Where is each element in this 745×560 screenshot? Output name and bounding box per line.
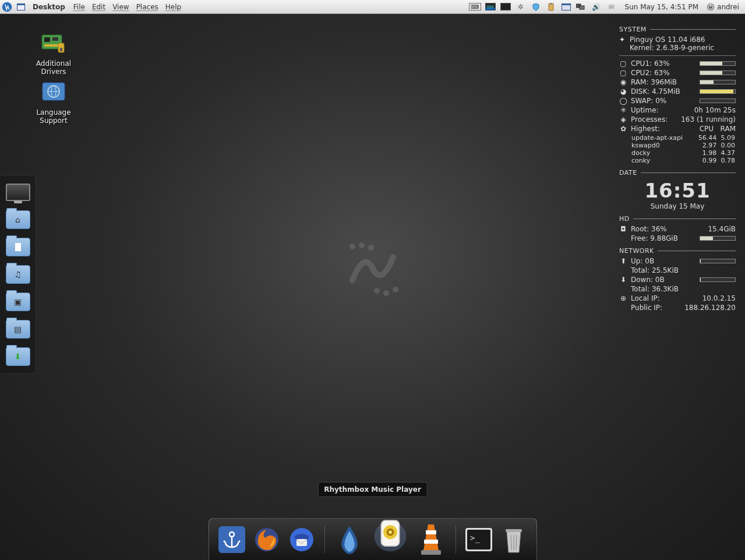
svg-point-25: [374, 288, 380, 294]
panel-clock[interactable]: Sun May 15, 4:51 PM: [625, 3, 699, 11]
dock-tooltip: Rhythmbox Music Player: [317, 482, 428, 497]
proc-name: kswapd0: [631, 142, 694, 149]
folder-icon: ▣: [6, 293, 30, 311]
tray-sysmon-icon[interactable]: [485, 2, 496, 12]
conky-col-cpu: CPU: [700, 125, 714, 133]
dock-app-thunderbird[interactable]: [287, 525, 316, 554]
table-row: conky0.990.78: [631, 157, 736, 164]
conky-proc-val: 163 (1 running): [681, 115, 736, 124]
dock-app-rhythmbox[interactable]: [372, 515, 409, 552]
folder-icon: ♫: [6, 265, 30, 284]
conky-cpu1: CPU1: 63%: [631, 59, 694, 68]
left-dock-videos[interactable]: ▤: [3, 316, 33, 342]
conky-down: Down: 0B: [631, 276, 694, 284]
conky-date-header: DATE: [619, 169, 637, 177]
proc-ram: 0.00: [717, 142, 736, 149]
left-dock-pictures[interactable]: ▣: [3, 289, 33, 315]
proc-cpu: 2.97: [694, 142, 717, 149]
left-dock-home[interactable]: ⌂: [3, 207, 33, 233]
tray-desktop-icon[interactable]: [561, 2, 571, 12]
conky-process-table: update-apt-xapi56.445.09 kswapd02.970.00…: [631, 134, 736, 164]
conky-panel: SYSTEM ✦ Pinguy OS 11.04 i686 Kernel: 2.…: [619, 21, 736, 313]
proc-cpu: 56.44: [694, 134, 717, 142]
conky-kernel: Kernel: 2.6.38-9-generic: [630, 44, 714, 52]
svg-text:>_: >_: [470, 533, 480, 543]
swap-icon: ◯: [619, 97, 627, 105]
left-dock-documents[interactable]: [3, 234, 33, 260]
dock-app-trash[interactable]: [499, 525, 528, 554]
folder-icon: ▤: [6, 320, 30, 339]
menu-view[interactable]: View: [112, 3, 129, 11]
conky-date: Sunday 15 May: [619, 202, 736, 210]
desktop-icon-language[interactable]: Language Support: [24, 78, 83, 125]
tray-mail-icon[interactable]: ✉: [606, 2, 617, 12]
proc-cpu: 1.98: [694, 149, 717, 157]
proc-ram: 0.78: [717, 157, 736, 164]
tray-keyboard-icon[interactable]: ⌨: [470, 2, 481, 12]
tray-workspaces-icon[interactable]: [576, 2, 587, 12]
window-icon: [17, 3, 25, 11]
left-dock-music[interactable]: ♫: [3, 262, 33, 287]
folder-icon: ⬇: [6, 347, 30, 366]
conky-up: Up: 0B: [631, 257, 694, 265]
dock-app-deluge[interactable]: [333, 523, 366, 556]
tray-snowflake-icon[interactable]: ✲: [516, 2, 526, 12]
menu-edit[interactable]: Edit: [92, 3, 105, 11]
proc-ram: 5.09: [717, 134, 736, 142]
distro-logo-icon[interactable]: [0, 0, 14, 14]
folder-icon: ⌂: [6, 210, 30, 229]
proc-icon: ◈: [619, 115, 627, 124]
desktop-icon-label: Language Support: [24, 108, 83, 125]
dock-app-terminal[interactable]: >_: [464, 525, 493, 554]
proc-name: update-apt-xapi: [631, 134, 694, 142]
panel-app-title: Desktop: [33, 3, 65, 11]
svg-rect-13: [44, 37, 50, 42]
conky-local-ip-lab: Local IP:: [631, 294, 699, 302]
table-row: kswapd02.970.00: [631, 142, 736, 149]
conky-os: Pinguy OS 11.04 i686: [630, 36, 714, 44]
left-dock-desktop[interactable]: [3, 179, 33, 205]
panel-user-menu[interactable]: andrei: [707, 3, 739, 11]
proc-cpu: 0.99: [694, 157, 717, 164]
conky-up-total: Total: 25.5KiB: [631, 266, 736, 274]
desktop-icon-drivers[interactable]: Additional Drivers: [24, 29, 83, 76]
conky-free: Free: 9.88GiB: [631, 234, 694, 242]
ram-icon: ◉: [619, 78, 627, 86]
svg-rect-2: [17, 5, 24, 10]
conky-uptime-val: 0h 10m 25s: [694, 106, 736, 114]
cpu-icon: ▢: [619, 69, 627, 77]
menu-places[interactable]: Places: [136, 3, 158, 11]
menu-help[interactable]: Help: [165, 3, 181, 11]
conky-root-val: 15.4GiB: [708, 225, 736, 233]
wrench-icon: ✦: [619, 36, 625, 44]
dock-separator: [324, 526, 325, 554]
table-row: docky1.984.37: [631, 149, 736, 157]
tray-clipboard-icon[interactable]: [546, 2, 556, 12]
tray-shield-icon[interactable]: [531, 2, 541, 12]
dock-app-vlc[interactable]: [415, 523, 447, 556]
cpu-icon: ▢: [619, 59, 627, 68]
disk-icon: ◕: [619, 87, 627, 96]
conky-public-ip-val: 188.26.128.20: [684, 304, 736, 312]
proc-name: conky: [631, 157, 694, 164]
conky-public-ip-lab: Public IP:: [631, 304, 681, 312]
conky-cpu2: CPU2: 63%: [631, 69, 694, 77]
bottom-dock: >_: [209, 518, 537, 560]
conky-swap: SWAP: 0%: [631, 97, 694, 105]
left-dock-downloads[interactable]: ⬇: [3, 344, 33, 369]
globe-icon: [40, 78, 68, 106]
dock-app-anchor[interactable]: [217, 525, 246, 554]
monitor-icon: [6, 184, 30, 201]
conky-col-ram: RAM: [721, 125, 736, 133]
svg-point-0: [2, 2, 12, 12]
tray-black-icon[interactable]: [500, 2, 511, 12]
dock-app-firefox[interactable]: [252, 525, 281, 554]
tray-volume-icon[interactable]: 🔊: [591, 2, 602, 12]
left-dock: ⌂ ♫ ▣ ▤ ⬇: [0, 175, 36, 374]
menu-file[interactable]: File: [73, 3, 85, 11]
up-arrow-icon: ⬆: [619, 257, 627, 265]
svg-rect-15: [44, 44, 58, 47]
conky-system-header: SYSTEM: [619, 26, 647, 33]
globe-icon: ⊕: [619, 294, 627, 302]
gear-icon: ✿: [619, 125, 627, 133]
